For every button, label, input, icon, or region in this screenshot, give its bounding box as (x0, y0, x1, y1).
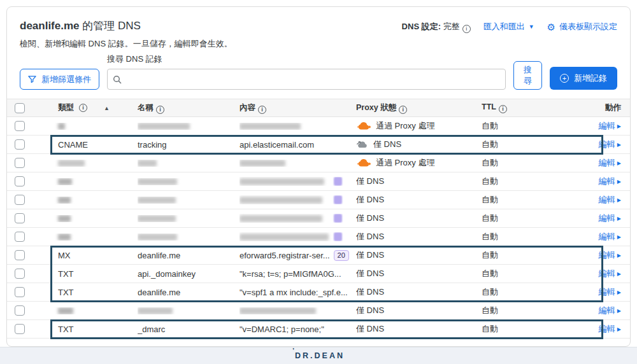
edit-record-link[interactable]: 編輯▶ (599, 231, 621, 242)
table-row[interactable]: 僅 DNS 自動 編輯▶ (7, 172, 630, 191)
column-header-proxy[interactable]: Proxy 狀態i (356, 102, 482, 114)
ttl-value: 自動 (482, 176, 561, 187)
search-icon (113, 75, 122, 84)
info-icon[interactable]: i (156, 106, 164, 114)
row-checkbox[interactable] (15, 213, 25, 223)
proxy-status: 僅 DNS (373, 139, 401, 150)
redacted-name (138, 234, 177, 241)
import-export-label: 匯入和匯出 (483, 21, 525, 32)
search-box[interactable] (107, 69, 506, 90)
table-row[interactable]: 僅 DNS 自動 編輯▶ (7, 302, 630, 320)
ttl-value: 自動 (482, 323, 561, 335)
row-checkbox[interactable] (15, 324, 25, 334)
proxy-status: 僅 DNS (356, 305, 384, 316)
chevron-right-icon: ▶ (617, 253, 621, 258)
edit-record-link[interactable]: 編輯▶ (599, 213, 621, 224)
chevron-right-icon: ▶ (617, 142, 621, 148)
filter-icon (28, 75, 36, 83)
row-checkbox[interactable] (15, 287, 25, 297)
dns-records-table: 類型i▲ 名稱i 內容i Proxy 狀態i TTLi 動作 通過 Proxy … (7, 99, 630, 339)
proxy-status: 僅 DNS (356, 176, 384, 187)
table-row[interactable]: 僅 DNS 自動 編輯▶ (7, 209, 630, 228)
ttl-value: 自動 (482, 194, 561, 206)
info-icon[interactable]: i (399, 106, 407, 114)
edit-record-link[interactable]: 編輯▶ (599, 157, 621, 169)
ttl-value: 自動 (482, 139, 561, 150)
ttl-value: 自動 (482, 231, 561, 242)
table-row[interactable]: 通過 Proxy 處理 自動 編輯▶ (7, 117, 630, 136)
panel-header-actions: DNS 設定: 完整i 匯入和匯出 ▼ ⚙ 儀表板顯示設定 (402, 18, 617, 50)
record-name: api._domainkey (138, 269, 240, 279)
info-icon[interactable]: i (462, 25, 471, 33)
dashboard-display-settings-link[interactable]: ⚙ 儀表板顯示設定 (547, 21, 617, 32)
ttl-value: 自動 (482, 249, 561, 261)
redacted-content (240, 160, 285, 167)
redacted-type (58, 197, 71, 204)
row-checkbox[interactable] (15, 121, 25, 131)
select-all-checkbox[interactable] (15, 103, 25, 113)
table-row[interactable]: 僅 DNS 自動 編輯▶ (7, 228, 630, 246)
redacted-name (138, 197, 176, 204)
gear-icon: ⚙ (547, 22, 555, 32)
edit-record-link[interactable]: 編輯▶ (599, 139, 621, 150)
row-checkbox[interactable] (15, 250, 25, 260)
info-icon[interactable]: i (499, 105, 507, 113)
edit-record-link[interactable]: 編輯▶ (599, 176, 621, 187)
edit-record-link[interactable]: 編輯▶ (599, 194, 621, 206)
row-checkbox[interactable] (15, 269, 25, 279)
edit-record-link[interactable]: 編輯▶ (599, 286, 621, 298)
redacted-content (240, 215, 322, 222)
ttl-value: 自動 (482, 286, 561, 298)
redacted-content (240, 123, 301, 130)
column-header-content[interactable]: 內容i (240, 102, 356, 114)
redacted-type (58, 307, 73, 314)
row-checkbox[interactable] (15, 305, 25, 316)
row-checkbox[interactable] (15, 195, 25, 205)
table-row[interactable]: MX deanlife.me eforward5.registrar-ser..… (7, 246, 630, 265)
edit-record-link[interactable]: 編輯▶ (599, 249, 621, 261)
redacted-name (138, 178, 177, 185)
search-button[interactable]: 搜尋 (513, 61, 542, 90)
record-name: tracking (138, 140, 240, 150)
ttl-value: 自動 (482, 213, 561, 224)
record-name: _dmarc (138, 325, 240, 334)
table-row[interactable]: CNAME tracking api.elasticemail.com 僅 DN… (7, 136, 630, 154)
ttl-value: 自動 (482, 157, 561, 169)
proxy-status: 通過 Proxy 處理 (376, 120, 434, 132)
chevron-right-icon: ▶ (617, 308, 621, 314)
proxy-status: 僅 DNS (356, 286, 384, 298)
info-icon[interactable]: i (258, 106, 266, 114)
row-checkbox[interactable] (15, 176, 25, 186)
search-field-group: 搜尋 DNS 記錄 (107, 53, 506, 90)
proxy-status: 僅 DNS (356, 213, 384, 224)
table-row[interactable]: TXT api._domainkey "k=rsa; t=s; p=MIGfMA… (7, 265, 630, 283)
edit-record-link[interactable]: 編輯▶ (599, 323, 621, 335)
table-body: 通過 Proxy 處理 自動 編輯▶ CNAME tracking api.el… (7, 117, 630, 339)
import-export-menu[interactable]: 匯入和匯出 ▼ (483, 21, 534, 32)
domain-name: deanlife.me (20, 20, 80, 32)
sort-asc-icon[interactable]: ▲ (104, 105, 110, 111)
search-button-label: 搜尋 (523, 65, 533, 86)
edit-record-link[interactable]: 編輯▶ (599, 305, 621, 316)
record-type: MX (50, 251, 138, 260)
proxied-cloud-icon (356, 158, 371, 168)
edit-record-link[interactable]: 編輯▶ (599, 120, 621, 132)
add-filter-button[interactable]: 新增篩選條件 (20, 69, 99, 90)
column-header-name[interactable]: 名稱i (138, 102, 240, 114)
column-header-type[interactable]: 類型i▲ (50, 102, 138, 113)
table-row[interactable]: TXT deanlife.me "v=spf1 a mx include:_sp… (7, 283, 630, 302)
table-row[interactable]: TXT _dmarc "v=DMARC1; p=none;" 僅 DNS 自動 … (7, 320, 630, 339)
record-type: CNAME (50, 140, 138, 150)
edit-record-link[interactable]: 編輯▶ (599, 268, 621, 279)
table-row[interactable]: 通過 Proxy 處理 自動 編輯▶ (7, 154, 630, 172)
row-checkbox[interactable] (15, 232, 25, 242)
row-checkbox[interactable] (15, 139, 25, 150)
redacted-type (58, 123, 65, 130)
column-header-ttl[interactable]: TTLi (482, 102, 561, 113)
info-icon[interactable]: i (79, 104, 87, 112)
row-checkbox[interactable] (15, 158, 25, 168)
table-row[interactable]: 僅 DNS 自動 編輯▶ (7, 191, 630, 209)
search-input[interactable] (125, 74, 500, 84)
add-record-button[interactable]: + 新增記錄 (550, 67, 617, 90)
page-title-suffix: 的管理 DNS (80, 20, 141, 32)
